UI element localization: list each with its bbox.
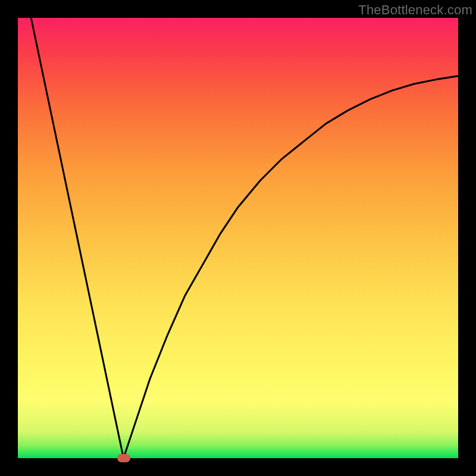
plot-area	[18, 18, 458, 458]
chart-frame: TheBottleneck.com	[0, 0, 476, 476]
curve-path	[31, 18, 458, 458]
minimum-marker	[117, 454, 130, 462]
chart-curve-svg	[18, 18, 458, 458]
watermark-text: TheBottleneck.com	[358, 2, 472, 18]
